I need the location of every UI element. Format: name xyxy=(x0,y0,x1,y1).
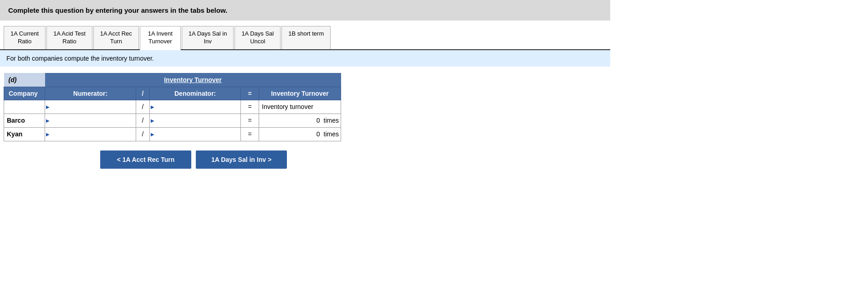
table-row: / = Inventory turnover xyxy=(4,100,341,114)
nav-buttons: < 1A Acct Rec Turn 1A Days Sal in Inv > xyxy=(0,150,610,169)
eq-1: = xyxy=(241,100,259,114)
company-name-barco: Barco xyxy=(4,114,45,127)
denominator-input-1-cell xyxy=(150,100,241,114)
instruction-header: Complete this question by entering your … xyxy=(0,0,610,21)
numerator-input-kyan[interactable] xyxy=(48,130,133,139)
col-company: Company xyxy=(9,90,38,97)
denominator-input-1[interactable] xyxy=(153,103,238,111)
numerator-input-kyan-cell xyxy=(45,127,136,141)
section-label: (d) xyxy=(9,76,17,83)
numerator-input-barco-cell xyxy=(45,114,136,127)
description-text: For both companies compute the inventory… xyxy=(6,55,154,62)
numerator-input-1[interactable] xyxy=(48,103,133,111)
numerator-input-1-cell xyxy=(45,100,136,114)
col-numerator: Numerator: xyxy=(73,90,107,97)
denominator-input-barco[interactable] xyxy=(153,116,238,125)
slash-kyan: / xyxy=(136,127,150,141)
table-section: (d) Inventory Turnover Company Numerator… xyxy=(0,73,610,141)
col-equals: = xyxy=(248,90,251,97)
table-header-row: Company Numerator: / Denominator: = Inve… xyxy=(4,87,341,100)
tab-invent-turnover[interactable]: 1A InventTurnover xyxy=(140,26,181,50)
result-kyan: 0 times xyxy=(259,127,341,141)
prev-button[interactable]: < 1A Acct Rec Turn xyxy=(100,150,191,169)
tab-days-sal-uncol[interactable]: 1A Days SalUncol xyxy=(235,26,281,49)
next-button[interactable]: 1A Days Sal in Inv > xyxy=(196,150,287,169)
denominator-input-kyan[interactable] xyxy=(153,130,238,139)
tab-acct-rec-turn[interactable]: 1A Acct RecTurn xyxy=(93,26,139,49)
tab-acid-test-ratio[interactable]: 1A Acid TestRatio xyxy=(46,26,92,49)
col-result: Inventory Turnover xyxy=(271,90,329,97)
table-row: Barco / = 0 times xyxy=(4,114,341,127)
result-barco: 0 times xyxy=(259,114,341,127)
tab-1b-short-term[interactable]: 1B short term xyxy=(281,26,331,49)
tab-current-ratio[interactable]: 1A CurrentRatio xyxy=(4,26,46,49)
table-title-row: (d) Inventory Turnover xyxy=(4,73,341,87)
company-name-1 xyxy=(4,100,45,114)
table-title: Inventory Turnover xyxy=(164,76,222,83)
slash-barco: / xyxy=(136,114,150,127)
description-bar: For both companies compute the inventory… xyxy=(0,50,610,67)
tabs-container: 1A CurrentRatio 1A Acid TestRatio 1A Acc… xyxy=(0,26,610,50)
instruction-text: Complete this question by entering your … xyxy=(8,6,227,14)
slash-1: / xyxy=(136,100,150,114)
table-row: Kyan / = 0 times xyxy=(4,127,341,141)
numerator-input-barco[interactable] xyxy=(48,116,133,125)
company-name-kyan: Kyan xyxy=(4,127,45,141)
denominator-input-barco-cell xyxy=(150,114,241,127)
result-label-1: Inventory turnover xyxy=(259,100,341,114)
col-denominator: Denominator: xyxy=(174,90,216,97)
times-label-barco: times xyxy=(322,117,339,124)
times-label-kyan: times xyxy=(322,130,339,138)
tab-days-sal-inv[interactable]: 1A Days Sal inInv xyxy=(182,26,234,49)
eq-kyan: = xyxy=(241,127,259,141)
eq-barco: = xyxy=(241,114,259,127)
col-slash: / xyxy=(142,90,144,97)
denominator-input-kyan-cell xyxy=(150,127,241,141)
